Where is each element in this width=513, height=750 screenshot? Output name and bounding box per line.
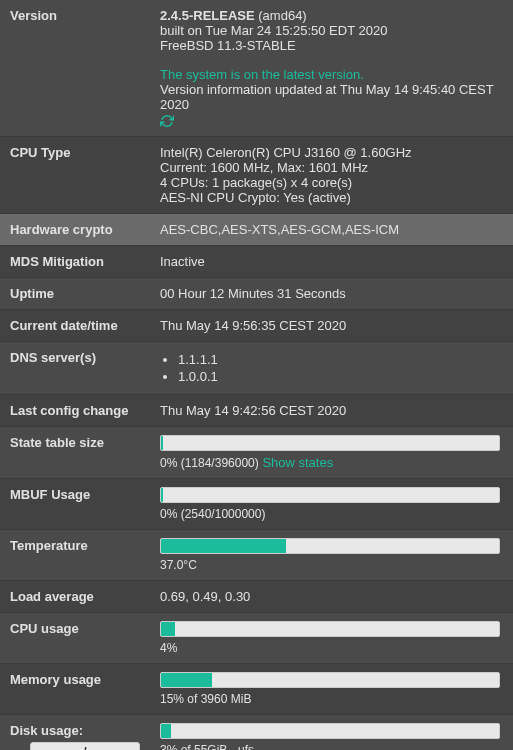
memusage-bar-fill xyxy=(161,673,212,687)
uptime-label: Uptime xyxy=(0,278,150,309)
statetable-bar-fill xyxy=(161,436,163,450)
row-mds: MDS Mitigation Inactive xyxy=(0,246,513,278)
hwcrypto-label: Hardware crypto xyxy=(0,214,150,245)
row-uptime: Uptime 00 Hour 12 Minutes 31 Seconds xyxy=(0,278,513,310)
row-cpu-type: CPU Type Intel(R) Celeron(R) CPU J3160 @… xyxy=(0,137,513,214)
row-loadavg: Load average 0.69, 0.49, 0.30 xyxy=(0,581,513,613)
row-lastconfig: Last config change Thu May 14 9:42:56 CE… xyxy=(0,395,513,427)
dns-label: DNS server(s) xyxy=(0,342,150,394)
disk-label-col: Disk usage: / xyxy=(0,715,150,750)
row-temperature: Temperature 37.0°C xyxy=(0,530,513,581)
disk-bar xyxy=(160,723,500,739)
temperature-value: 37.0°C xyxy=(150,530,513,580)
dns-value: 1.1.1.1 1.0.0.1 xyxy=(150,342,513,394)
memusage-bar xyxy=(160,672,500,688)
mds-value: Inactive xyxy=(150,246,513,277)
cpuusage-value: 4% xyxy=(150,613,513,663)
statetable-value: 0% (1184/396000) Show states xyxy=(150,427,513,478)
row-mbuf: MBUF Usage 0% (2540/1000000) xyxy=(0,479,513,530)
version-status: The system is on the latest version. xyxy=(160,67,503,82)
uptime-value: 00 Hour 12 Minutes 31 Seconds xyxy=(150,278,513,309)
mbuf-value: 0% (2540/1000000) xyxy=(150,479,513,529)
version-os: FreeBSD 11.3-STABLE xyxy=(160,38,503,53)
lastconfig-value: Thu May 14 9:42:56 CEST 2020 xyxy=(150,395,513,426)
version-arch: (amd64) xyxy=(258,8,306,23)
memusage-label: Memory usage xyxy=(0,664,150,714)
statetable-label: State table size xyxy=(0,427,150,478)
lastconfig-label: Last config change xyxy=(0,395,150,426)
refresh-icon[interactable] xyxy=(160,114,174,128)
row-disk: Disk usage: / 3% of 55GiB - ufs xyxy=(0,715,513,750)
mbuf-bar-fill xyxy=(161,488,163,502)
row-statetable: State table size 0% (1184/396000) Show s… xyxy=(0,427,513,479)
version-value: 2.4.5-RELEASE (amd64) built on Tue Mar 2… xyxy=(150,0,513,136)
mbuf-text: 0% (2540/1000000) xyxy=(160,507,503,521)
dns-item: 1.0.0.1 xyxy=(178,369,503,384)
cpu-crypto: AES-NI CPU Crypto: Yes (active) xyxy=(160,190,503,205)
temperature-label: Temperature xyxy=(0,530,150,580)
row-memusage: Memory usage 15% of 3960 MiB xyxy=(0,664,513,715)
disk-bar-fill xyxy=(161,724,171,738)
loadavg-label: Load average xyxy=(0,581,150,612)
cpu-model: Intel(R) Celeron(R) CPU J3160 @ 1.60GHz xyxy=(160,145,503,160)
row-hwcrypto: Hardware crypto AES-CBC,AES-XTS,AES-GCM,… xyxy=(0,214,513,246)
row-cpuusage: CPU usage 4% xyxy=(0,613,513,664)
cpuusage-label: CPU usage xyxy=(0,613,150,663)
version-updated: Version information updated at Thu May 1… xyxy=(160,82,503,112)
datetime-value: Thu May 14 9:56:35 CEST 2020 xyxy=(150,310,513,341)
datetime-label: Current date/time xyxy=(0,310,150,341)
cpuusage-bar-fill xyxy=(161,622,175,636)
mbuf-bar xyxy=(160,487,500,503)
cpu-freq: Current: 1600 MHz, Max: 1601 MHz xyxy=(160,160,503,175)
row-version: Version 2.4.5-RELEASE (amd64) built on T… xyxy=(0,0,513,137)
cpuusage-bar xyxy=(160,621,500,637)
cpu-cores: 4 CPUs: 1 package(s) x 4 core(s) xyxy=(160,175,503,190)
row-dns: DNS server(s) 1.1.1.1 1.0.0.1 xyxy=(0,342,513,395)
statetable-text: 0% (1184/396000) xyxy=(160,456,259,470)
temperature-bar-fill xyxy=(161,539,286,553)
row-datetime: Current date/time Thu May 14 9:56:35 CES… xyxy=(0,310,513,342)
statetable-bar xyxy=(160,435,500,451)
dns-item: 1.1.1.1 xyxy=(178,352,503,367)
disk-value: 3% of 55GiB - ufs xyxy=(150,715,513,750)
temperature-text: 37.0°C xyxy=(160,558,503,572)
cpu-type-value: Intel(R) Celeron(R) CPU J3160 @ 1.60GHz … xyxy=(150,137,513,213)
memusage-value: 15% of 3960 MiB xyxy=(150,664,513,714)
cpu-type-label: CPU Type xyxy=(0,137,150,213)
disk-label: Disk usage: xyxy=(10,723,140,738)
loadavg-value: 0.69, 0.49, 0.30 xyxy=(150,581,513,612)
show-states-link[interactable]: Show states xyxy=(262,455,333,470)
version-release: 2.4.5-RELEASE xyxy=(160,8,255,23)
disk-mount: / xyxy=(30,742,140,750)
memusage-text: 15% of 3960 MiB xyxy=(160,692,503,706)
version-built: built on Tue Mar 24 15:25:50 EDT 2020 xyxy=(160,23,503,38)
mds-label: MDS Mitigation xyxy=(0,246,150,277)
hwcrypto-value: AES-CBC,AES-XTS,AES-GCM,AES-ICM xyxy=(150,214,513,245)
disk-text: 3% of 55GiB - ufs xyxy=(160,743,503,750)
mbuf-label: MBUF Usage xyxy=(0,479,150,529)
cpuusage-text: 4% xyxy=(160,641,503,655)
temperature-bar xyxy=(160,538,500,554)
version-label: Version xyxy=(0,0,150,136)
